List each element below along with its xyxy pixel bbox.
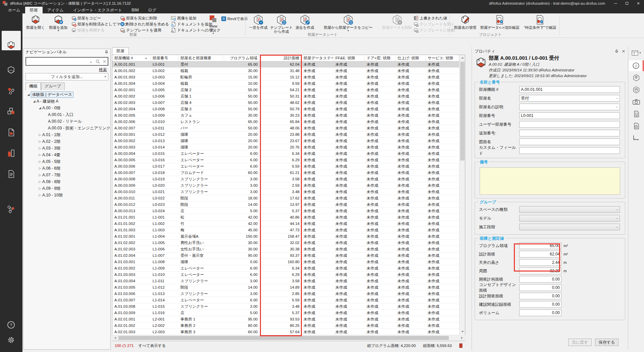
menu-item-1[interactable]: 部屋	[25, 7, 43, 13]
collapsed-icon[interactable]: ▷	[38, 140, 42, 143]
tree-item-9[interactable]: ▷A.04 - 4愛	[24, 152, 110, 158]
area-field-input-8[interactable]: 0.00	[519, 309, 561, 316]
table-row[interactable]: A.00.01.004L0-004植栽10.009.59未作成未作成未作成未作成…	[112, 80, 465, 87]
field-input-3[interactable]: L0-001	[519, 112, 620, 119]
group-field-select-0[interactable]: ⌄	[519, 206, 620, 213]
documents-icon[interactable]	[5, 126, 17, 139]
table-row[interactable]: A.01.03.001L1-008循環0.00160.80未作成未作成未作成未作…	[112, 259, 465, 265]
tree-item-0[interactable]: ◢体験版 | データベース	[24, 91, 110, 98]
area-field-input-0[interactable]: 65.00	[519, 242, 561, 249]
area-field-input-3[interactable]: 32.28	[519, 268, 561, 274]
tree-item-6[interactable]: ▷A.01 - 1階	[24, 131, 110, 138]
table-row[interactable]: A.00.03.011L0-022階段18.0017.62未作成未作成未作成未作…	[112, 195, 465, 201]
layout-panel-icon[interactable]: ▾	[629, 49, 644, 57]
table-row[interactable]: A.02.01.003L2-003事務所 360.0057.64未作成未作成未作…	[112, 329, 465, 335]
table-row[interactable]: A.00.02.005L0-009カフェ30.0030.23未作成未作成未作成未…	[112, 112, 465, 119]
condition-check-button[interactable]: "特定条件下"で確認	[523, 14, 557, 35]
area-field-input-4[interactable]: 0.00	[519, 276, 561, 283]
expanded-icon[interactable]: ◢	[38, 106, 42, 110]
search-link[interactable]: 検索	[99, 67, 107, 73]
datasheet-icon[interactable]	[629, 72, 644, 83]
create-derived-button[interactable]: 派生を作成	[295, 14, 315, 35]
info-icon[interactable]: i	[629, 60, 644, 71]
menu-item-3[interactable]: インポート・エクスポート	[68, 7, 127, 13]
tree-item-13[interactable]: ▷A.08 - 8階	[24, 178, 110, 185]
tree-item-11[interactable]: ▷A.06 - 6階	[24, 165, 110, 172]
tree-item-14[interactable]: ▷A.09 - 9階	[24, 185, 110, 192]
settings-gear-icon[interactable]	[5, 334, 17, 346]
table-row[interactable]: A.01.03.003L1-010エレベーター6.006.29未作成未作成未作成…	[112, 272, 465, 278]
field-input-4[interactable]	[519, 121, 620, 128]
area-field-input-2[interactable]: 2.44	[519, 259, 561, 266]
column-header-1[interactable]: 部屋番号	[151, 55, 178, 61]
horizontal-scrollbar[interactable]	[112, 335, 465, 341]
move-to-template-button[interactable]: テンプレートに移動	[413, 27, 455, 33]
area-field-input-7[interactable]: 0.00	[519, 301, 561, 308]
add-document-button[interactable]: ドキュメントを追加	[171, 21, 212, 27]
room-cube-icon[interactable]	[5, 64, 17, 76]
pin-icon[interactable]	[615, 50, 619, 53]
add-room-button[interactable]: 部屋を追加 ▾	[47, 14, 69, 35]
tree-item-15[interactable]: ▷A.10 - 10階	[24, 192, 110, 198]
notes-textarea[interactable]	[480, 167, 620, 195]
systems-icon[interactable]	[5, 203, 17, 216]
tree-item-2[interactable]: ◢A.00 - 0階	[24, 105, 110, 111]
table-row[interactable]: A.01.01.002L1-002竹42.0044.14未作成未作成未作成未作成…	[112, 221, 465, 227]
create-unique-button[interactable]: 一意を作成	[249, 14, 268, 35]
column-header-5[interactable]: 部屋データステータス	[302, 55, 333, 61]
rooms-module-icon[interactable]	[5, 39, 17, 52]
table-row[interactable]: A.00.03.006L0-017エレベーター6.005.59未作成未作成未作成…	[112, 163, 465, 170]
table-row[interactable]: A.00.02.003L0-007店舗 450.0048.62未作成未作成未作成…	[112, 100, 465, 106]
column-header-2[interactable]: 部屋名と部屋概要	[178, 55, 223, 61]
table-row[interactable]: A.02.01.001L2-001事務所 195.0093.53未作成未作成未作…	[112, 316, 465, 322]
table-row[interactable]: A.01.03.002L1-009エレベーター6.006.34未作成未作成未作成…	[112, 265, 465, 272]
menu-item-4[interactable]: BIM	[127, 7, 143, 13]
table-row[interactable]: A.00.03.002L0-013循環20.0023.67未作成未作成未作成未作…	[112, 138, 465, 144]
field-input-6[interactable]	[519, 138, 620, 145]
tree-item-4[interactable]: A.00.02 - リテール	[24, 118, 110, 125]
table-row[interactable]: A.00.03.008L0-019スプリンクラー3.003.58未作成未作成未作…	[112, 176, 465, 182]
room-copy-button[interactable]: 部屋をコピー	[71, 15, 101, 21]
room-reopen-button[interactable]: 部屋を再開する	[71, 27, 105, 33]
history-icon[interactable]	[629, 121, 644, 131]
undo-button[interactable]: 元に戻す	[568, 339, 592, 346]
chevron-down-icon[interactable]: ⌄	[88, 59, 94, 64]
tree-item-7[interactable]: ▷A.02 - 2階	[24, 138, 110, 145]
reports-icon[interactable]	[5, 168, 17, 180]
attachment-icon[interactable]	[629, 109, 644, 119]
field-input-2[interactable]: ⌄	[519, 104, 620, 110]
table-row[interactable]: A.01.03.005L1-012階段14.0014.89未作成未作成未作成未作…	[112, 284, 465, 291]
overridden-values-button[interactable]: 上書きされた値	[413, 15, 447, 21]
scroll-up-icon[interactable]	[460, 55, 465, 61]
area-field-input-6[interactable]: 0.00	[519, 293, 561, 299]
items-icon[interactable]	[5, 84, 17, 97]
add-image-button[interactable]: 画像を追加	[171, 15, 197, 21]
table-row[interactable]: A.01.02.002L1-005男性お手洗い30.0032.02未作成未作成未…	[112, 240, 465, 246]
table-row[interactable]: A.01.03.008L1-015スプリンクラー3.003.48未作成未作成未作…	[112, 303, 465, 310]
close-panel-icon[interactable]	[622, 50, 625, 53]
table-row[interactable]: A.00.02.002L0-006店舗 150.0050.31未作成未作成未作成…	[112, 93, 465, 100]
table-row[interactable]: A.00.03.004L0-015エレベーター6.006.34未作成未作成未作成…	[112, 151, 465, 157]
delete-roomdata-button[interactable]: 部屋データを削除	[382, 14, 412, 35]
group-field-select-2[interactable]: ⌄	[519, 224, 620, 230]
menu-item-5[interactable]: ログ	[144, 7, 161, 13]
column-header-4[interactable]: 設計面積	[260, 55, 302, 61]
buildings-icon[interactable]	[5, 147, 17, 160]
field-input-0[interactable]: A.00.01.001	[519, 86, 620, 93]
table-row[interactable]: A.01.03.004L1-011スプリンクラー3.003.58未作成未作成未作…	[112, 278, 465, 284]
search-input[interactable]	[26, 58, 88, 65]
collapsed-icon[interactable]: ▷	[38, 193, 42, 197]
tree-item-3[interactable]: A.00.01 - 入口	[24, 111, 110, 118]
search-icon[interactable]	[94, 59, 101, 64]
room-name-manage-button[interactable]: 部屋名の管理	[453, 14, 477, 35]
create-from-template-button[interactable]: テンプレートから作成	[268, 14, 294, 35]
table-row[interactable]: A.00.03.009L0-020スプリンクラー3.002.59未作成未作成未作…	[112, 182, 465, 189]
pin-icon[interactable]	[105, 50, 108, 54]
show-in-revit-button[interactable]: R Revitで表示	[221, 16, 248, 21]
table-row[interactable]: A.02.01.002L2-002事務所 280.0080.25未作成未作成未作…	[112, 322, 465, 329]
add-filter-button[interactable]: フィルタを追加... ▾	[25, 73, 108, 80]
table-row[interactable]: A.01.02.004L1-007受付・展示室90.0093.37未作成未作成未…	[112, 252, 465, 259]
group-field-select-1[interactable]: ⌄	[519, 215, 620, 222]
expanded-icon[interactable]: ◢	[26, 93, 31, 96]
table-row[interactable]: A.00.01.003L0-003駐輪所15.0015.12未作成未作成未作成未…	[112, 74, 465, 80]
